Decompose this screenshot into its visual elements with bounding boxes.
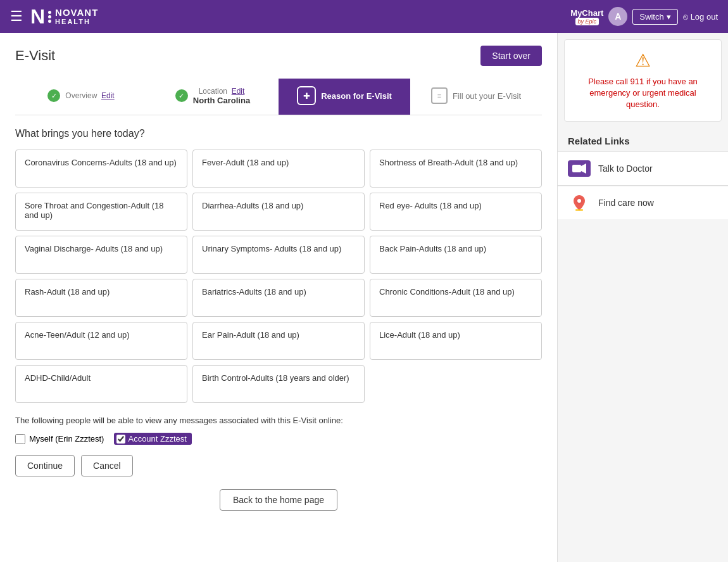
related-links-section: Related Links Talk to Doctor — [558, 128, 728, 219]
map-pin-icon — [568, 194, 591, 212]
condition-card-7[interactable]: Urinary Symptoms- Adults (18 and up) — [192, 236, 365, 274]
page-title-row: E-Visit Start over — [15, 46, 542, 66]
find-care-label: Find care now — [598, 198, 654, 208]
condition-card-10[interactable]: Bariatrics-Adults (18 and up) — [192, 279, 365, 317]
step-reason-icon: ✚ — [297, 86, 316, 105]
svg-point-3 — [577, 199, 581, 203]
conditions-grid: Coronavirus Concerns-Adults (18 and up) … — [15, 150, 542, 403]
checkboxes-row: Myself (Erin Zzztest) Account Zzztest — [15, 433, 542, 445]
checkbox-account-input[interactable] — [116, 435, 125, 444]
location-edit-link[interactable]: Edit — [232, 87, 245, 96]
step-overview[interactable]: ✓ Overview Edit — [15, 79, 147, 115]
condition-card-6[interactable]: Vaginal Discharge- Adults (18 and up) — [15, 236, 187, 274]
empty-cell — [370, 365, 542, 403]
start-over-button[interactable]: Start over — [480, 46, 542, 66]
talk-to-doctor-label: Talk to Doctor — [598, 163, 653, 174]
content-area: E-Visit Start over ✓ Overview Edit ✓ Loc… — [0, 33, 557, 562]
talk-to-doctor-link[interactable]: Talk to Doctor — [558, 151, 728, 185]
checkbox-account[interactable]: Account Zzztest — [114, 433, 191, 445]
switch-button[interactable]: Switch ▾ — [632, 9, 677, 25]
header: ☰ N NOVANT HEALTH MyChart by Epic A Swit… — [0, 0, 728, 33]
condition-card-3[interactable]: Sore Throat and Congestion-Adult (18 and… — [15, 193, 187, 231]
logo-n: N — [30, 5, 44, 29]
condition-card-16[interactable]: Birth Control-Adults (18 years and older… — [192, 365, 365, 403]
overview-edit-link[interactable]: Edit — [101, 91, 115, 100]
condition-card-0[interactable]: Coronavirus Concerns-Adults (18 and up) — [15, 150, 187, 188]
step-location-content: Location Edit North Carolina — [193, 87, 250, 105]
step-overview-content: Overview Edit — [65, 91, 114, 100]
svg-rect-0 — [572, 165, 581, 172]
continue-button[interactable]: Continue — [15, 455, 75, 476]
sidebar: ⚠ Please call 911 if you have an emergen… — [557, 33, 728, 562]
condition-card-14[interactable]: Lice-Adult (18 and up) — [370, 322, 542, 360]
condition-card-4[interactable]: Diarrhea-Adults (18 and up) — [192, 193, 365, 231]
checkbox-myself[interactable]: Myself (Erin Zzztest) — [15, 434, 104, 444]
video-call-icon — [568, 160, 591, 177]
logout-button[interactable]: ⎋ Log out — [683, 12, 718, 22]
logo-text: NOVANT HEALTH — [55, 8, 98, 26]
step-fill-label: Fill out your E-Visit — [453, 91, 521, 101]
condition-card-15[interactable]: ADHD-Child/Adult — [15, 365, 187, 403]
header-right: MyChart by Epic A Switch ▾ ⎋ Log out — [570, 7, 718, 26]
alert-text: Please call 911 if you have an emergency… — [575, 76, 711, 111]
related-links-heading: Related Links — [558, 128, 728, 151]
step-location[interactable]: ✓ Location Edit North Carolina — [147, 79, 279, 115]
svg-marker-1 — [581, 163, 586, 174]
warning-icon: ⚠ — [575, 50, 711, 71]
alert-box: ⚠ Please call 911 if you have an emergen… — [564, 39, 722, 122]
step-fill-icon: ≡ — [431, 87, 448, 104]
condition-card-11[interactable]: Chronic Conditions-Adult (18 and up) — [370, 279, 542, 317]
checkbox-myself-input[interactable] — [15, 434, 25, 444]
hamburger-menu-icon[interactable]: ☰ — [10, 8, 23, 25]
step-reason-content: Reason for E-Visit — [321, 91, 392, 101]
condition-card-8[interactable]: Back Pain-Adults (18 and up) — [370, 236, 542, 274]
section-heading: What brings you here today? — [15, 128, 542, 139]
condition-card-5[interactable]: Red eye- Adults (18 and up) — [370, 193, 542, 231]
logo: N NOVANT HEALTH — [30, 5, 98, 29]
cancel-button[interactable]: Cancel — [81, 455, 133, 476]
location-value: North Carolina — [193, 96, 250, 105]
action-buttons: Continue Cancel — [15, 455, 542, 476]
svg-rect-4 — [575, 209, 583, 211]
avatar: A — [608, 7, 627, 26]
header-left: ☰ N NOVANT HEALTH — [10, 5, 98, 29]
mychart-logo: MyChart by Epic — [570, 8, 603, 25]
condition-card-1[interactable]: Fever-Adult (18 and up) — [192, 150, 365, 188]
step-fill[interactable]: ≡ Fill out your E-Visit — [410, 79, 542, 115]
page-title: E-Visit — [15, 48, 55, 64]
logo-dots — [48, 11, 51, 23]
back-home-row: Back to the home page — [15, 489, 542, 511]
step-location-check: ✓ — [175, 89, 188, 102]
step-overview-check: ✓ — [47, 89, 60, 102]
condition-card-13[interactable]: Ear Pain-Adult (18 and up) — [192, 322, 365, 360]
main-layout: E-Visit Start over ✓ Overview Edit ✓ Loc… — [0, 33, 728, 562]
back-home-button[interactable]: Back to the home page — [220, 489, 337, 511]
condition-card-12[interactable]: Acne-Teen/Adult (12 and up) — [15, 322, 187, 360]
bottom-notice: The following people will be able to vie… — [15, 416, 542, 425]
condition-card-9[interactable]: Rash-Adult (18 and up) — [15, 279, 187, 317]
step-reason-label: Reason for E-Visit — [321, 91, 392, 101]
condition-card-2[interactable]: Shortness of Breath-Adult (18 and up) — [370, 150, 542, 188]
step-reason[interactable]: ✚ Reason for E-Visit — [279, 79, 410, 115]
find-care-link[interactable]: Find care now — [558, 186, 728, 219]
step-fill-content: Fill out your E-Visit — [453, 91, 521, 101]
steps-row: ✓ Overview Edit ✓ Location Edit North Ca… — [15, 79, 542, 115]
